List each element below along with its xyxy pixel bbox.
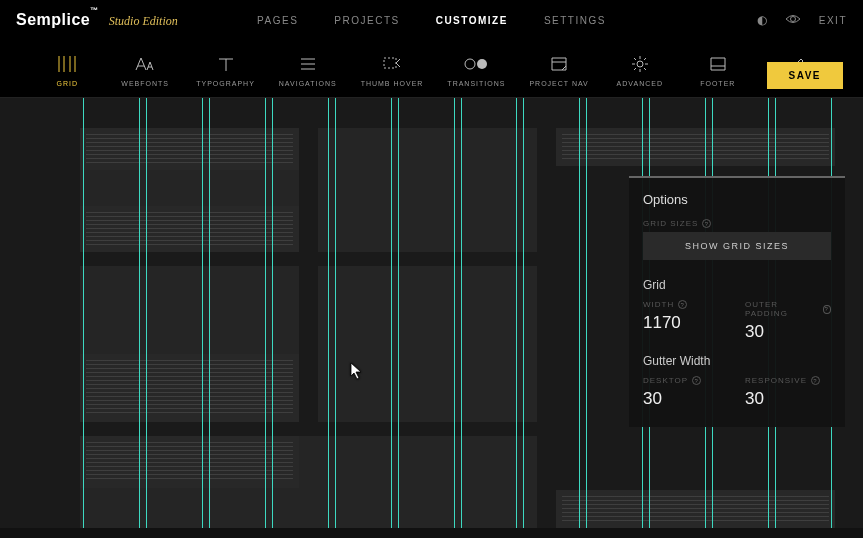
help-icon[interactable]: ?: [678, 300, 687, 309]
tool-label: WEBFONTS: [121, 80, 169, 87]
svg-point-1: [477, 59, 487, 69]
tool-label: TRANSITIONS: [447, 80, 505, 87]
tool-label: THUMB HOVER: [361, 80, 424, 87]
help-icon[interactable]: ?: [811, 376, 820, 385]
exit-button[interactable]: EXIT: [819, 15, 847, 26]
nav-projects[interactable]: PROJECTS: [334, 15, 399, 26]
tool-navigations[interactable]: NAVIGATIONS: [279, 54, 337, 87]
canvas[interactable]: Options GRID SIZES? SHOW GRID SIZES Grid…: [0, 98, 863, 528]
tool-typography[interactable]: TYPOGRAPHY: [196, 54, 255, 87]
brand: Semplice™ Studio Edition: [16, 11, 178, 29]
navigations-icon: [296, 54, 320, 74]
typography-icon: [214, 54, 238, 74]
panel-title-options: Options: [643, 192, 831, 207]
nav-pages[interactable]: PAGES: [257, 15, 298, 26]
help-icon[interactable]: ?: [702, 219, 711, 228]
tool-label: GRID: [56, 80, 78, 87]
desktop-gutter-input[interactable]: [643, 389, 729, 409]
advanced-icon: [628, 54, 652, 74]
tool-label: PROJECT NAV: [529, 80, 588, 87]
panel-title-gutter: Gutter Width: [643, 354, 831, 368]
main-nav: PAGES PROJECTS CUSTOMIZE SETTINGS: [257, 15, 606, 26]
customize-toolbar: GRID WEBFONTS TYPOGRAPHY NAVIGATIONS THU…: [0, 40, 863, 98]
tool-label: ADVANCED: [617, 80, 663, 87]
tool-advanced[interactable]: ADVANCED: [613, 54, 667, 87]
tool-projectnav[interactable]: PROJECT NAV: [529, 54, 588, 87]
brand-edition: Studio Edition: [109, 14, 178, 29]
width-input[interactable]: [643, 313, 729, 333]
panel-title-grid: Grid: [643, 278, 831, 292]
grid-icon: [55, 54, 79, 74]
tool-footer[interactable]: FOOTER: [691, 54, 745, 87]
tool-webfonts[interactable]: WEBFONTS: [118, 54, 172, 87]
outer-padding-label: OUTER PADDING?: [745, 300, 831, 318]
outer-padding-input[interactable]: [745, 322, 831, 342]
webfonts-icon: [133, 54, 157, 74]
nav-customize[interactable]: CUSTOMIZE: [436, 15, 508, 26]
tool-thumbhover[interactable]: THUMB HOVER: [361, 54, 424, 87]
help-icon[interactable]: ?: [692, 376, 701, 385]
thumbhover-icon: [380, 54, 404, 74]
options-panel: Options GRID SIZES? SHOW GRID SIZES Grid…: [629, 176, 845, 427]
width-label: WIDTH?: [643, 300, 729, 309]
responsive-gutter-input[interactable]: [745, 389, 831, 409]
responsive-label: RESPONSIVE?: [745, 376, 831, 385]
nav-settings[interactable]: SETTINGS: [544, 15, 606, 26]
topbar: Semplice™ Studio Edition PAGES PROJECTS …: [0, 0, 863, 40]
svg-point-0: [465, 59, 475, 69]
transitions-icon: [464, 54, 488, 74]
tool-transitions[interactable]: TRANSITIONS: [447, 54, 505, 87]
tool-label: FOOTER: [700, 80, 735, 87]
grid-sizes-label: GRID SIZES?: [643, 219, 831, 228]
desktop-label: DESKTOP?: [643, 376, 729, 385]
theme-icon[interactable]: ◐: [757, 13, 767, 27]
footer-icon: [706, 54, 730, 74]
tool-grid[interactable]: GRID: [40, 54, 94, 87]
nav-right: ◐ EXIT: [757, 13, 847, 27]
brand-name: Semplice™: [16, 11, 99, 29]
help-icon[interactable]: ?: [823, 305, 832, 314]
tool-label: NAVIGATIONS: [279, 80, 337, 87]
show-grid-sizes-button[interactable]: SHOW GRID SIZES: [643, 232, 831, 260]
projectnav-icon: [547, 54, 571, 74]
preview-icon[interactable]: [785, 13, 801, 27]
tool-label: TYPOGRAPHY: [196, 80, 255, 87]
save-button[interactable]: SAVE: [767, 62, 844, 89]
svg-point-2: [637, 61, 643, 67]
cursor-icon: [350, 362, 364, 380]
